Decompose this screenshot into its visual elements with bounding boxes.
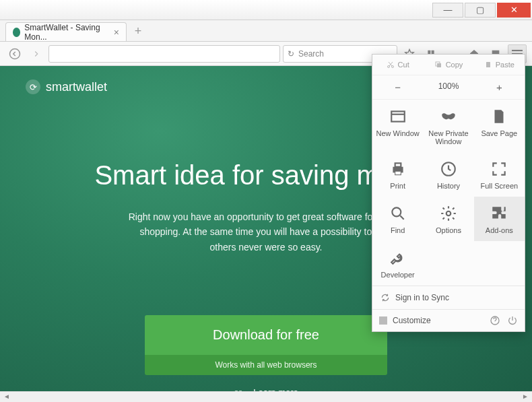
zoom-in-button[interactable]: + <box>474 75 525 99</box>
menu-zoom-row: − 100% + <box>372 75 525 100</box>
scroll-track[interactable] <box>12 393 520 402</box>
brand-icon: ⟳ <box>26 79 40 94</box>
menu-new-private-window[interactable]: New Private Window <box>423 100 473 152</box>
svg-point-14 <box>446 211 451 216</box>
tab-strip: SmartWallet - Saving Mon... × + <box>0 20 532 42</box>
forward-button[interactable] <box>27 44 46 63</box>
scroll-right-arrow[interactable]: ► <box>520 393 531 402</box>
menu-cut[interactable]: Cut <box>372 55 423 75</box>
menu-save-page[interactable]: Save Page <box>474 100 525 152</box>
url-bar[interactable] <box>48 45 280 63</box>
menu-add-ons[interactable]: Add-ons <box>474 197 525 241</box>
power-button[interactable] <box>507 315 518 326</box>
horizontal-scrollbar[interactable]: ◄ ► <box>0 391 532 402</box>
zoom-out-button[interactable]: − <box>372 75 423 99</box>
menu-full-screen[interactable]: Full Screen <box>474 152 525 197</box>
hero-line3: others never were so easy. <box>209 242 322 253</box>
window-titlebar: — ▢ ✕ <box>0 0 532 20</box>
tab-favicon <box>13 28 20 37</box>
svg-point-13 <box>392 207 401 216</box>
menu-new-window[interactable]: New Window <box>372 100 423 152</box>
hamburger-menu-panel: Cut Copy Paste − 100% + New Window New P… <box>372 54 525 332</box>
menu-print[interactable]: Print <box>372 152 423 197</box>
tab-close-button[interactable]: × <box>114 27 119 38</box>
menu-customize[interactable]: Customize <box>379 316 431 325</box>
back-button[interactable] <box>5 44 24 63</box>
download-subtext: Works with all web browsers <box>145 355 387 375</box>
customize-icon <box>379 316 387 325</box>
hero-line2: shopping. At the same time you will have… <box>139 226 392 237</box>
search-placeholder: Search <box>298 49 324 59</box>
scroll-left-arrow[interactable]: ◄ <box>1 393 12 402</box>
window-minimize-button[interactable]: — <box>432 3 463 18</box>
cta-block: Download for free Works with all web bro… <box>145 315 387 391</box>
menu-history[interactable]: History <box>423 152 473 197</box>
menu-clipboard-row: Cut Copy Paste <box>372 55 525 75</box>
reload-icon: ↻ <box>288 49 294 59</box>
menu-copy[interactable]: Copy <box>423 55 473 75</box>
help-button[interactable] <box>490 315 500 326</box>
hero-line1: Right now you have an opportunity to get… <box>129 211 404 222</box>
brand-text: smartwallet <box>46 80 107 94</box>
menu-grid: New Window New Private Window Save Page … <box>372 100 525 286</box>
svg-rect-11 <box>395 171 401 174</box>
new-tab-button[interactable]: + <box>131 24 145 38</box>
window-maximize-button[interactable]: ▢ <box>465 3 496 18</box>
svg-point-0 <box>10 48 20 59</box>
menu-find[interactable]: Find <box>372 197 423 241</box>
menu-paste[interactable]: Paste <box>474 55 525 75</box>
site-brand: ⟳ smartwallet <box>26 79 107 94</box>
menu-sign-in-sync[interactable]: Sign in to Sync <box>372 286 525 309</box>
tab-title: SmartWallet - Saving Mon... <box>24 23 105 42</box>
zoom-level: 100% <box>423 75 473 99</box>
svg-rect-5 <box>437 63 441 67</box>
menu-footer: Customize <box>372 309 525 331</box>
svg-rect-10 <box>395 163 401 166</box>
browser-tab[interactable]: SmartWallet - Saving Mon... × <box>5 22 127 41</box>
svg-rect-8 <box>391 111 405 121</box>
svg-rect-7 <box>486 62 490 67</box>
window-close-button[interactable]: ✕ <box>497 3 531 18</box>
menu-developer[interactable]: Developer <box>372 241 423 286</box>
download-button[interactable]: Download for free <box>145 315 387 355</box>
menu-options[interactable]: Options <box>423 197 473 241</box>
